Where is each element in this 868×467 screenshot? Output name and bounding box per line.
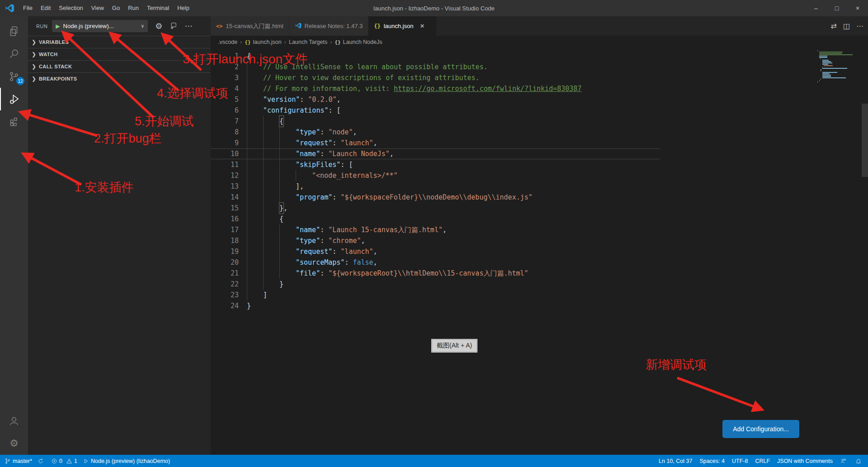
line-content: { [247, 214, 283, 224]
breadcrumb-item[interactable]: {}Launch NodeJs [335, 39, 382, 45]
indent-guide [247, 224, 263, 235]
line-content: "sourceMaps": false, [247, 257, 377, 268]
breadcrumb-item[interactable]: {}launch.json [245, 39, 282, 45]
status-spaces-4[interactable]: Spaces: 4 [699, 458, 725, 464]
section-variables[interactable]: ❯VARIABLES [28, 36, 211, 48]
code-token: "node" [328, 127, 353, 138]
line-number: 13 [211, 181, 239, 192]
code-token: "type" [296, 235, 320, 246]
menu-item-terminal[interactable]: Terminal [143, 0, 173, 16]
indent-guide [247, 290, 263, 300]
breadcrumb: .vscode›{}launch.json›Launch Targets›{}L… [211, 36, 868, 48]
indent-guide [247, 148, 263, 159]
more-editor-actions-icon[interactable]: ⋯ [856, 22, 863, 30]
status-bar-right: Ln 10, Col 37Spaces: 4UTF-8CRLFJSON with… [651, 458, 863, 464]
account-icon[interactable] [0, 410, 28, 432]
menu-item-help[interactable]: Help [173, 0, 193, 16]
status-ln-10-col-37[interactable]: Ln 10, Col 37 [659, 458, 692, 464]
indent-guide [279, 257, 296, 268]
explorer-icon[interactable] [0, 20, 28, 43]
more-actions-icon[interactable]: ⋯ [184, 22, 192, 30]
search-icon[interactable] [0, 43, 28, 65]
indent-guide [247, 181, 263, 192]
menu-item-edit[interactable]: Edit [37, 0, 55, 16]
indent-guide [263, 257, 279, 268]
line-number: 23 [211, 290, 239, 300]
code-token: "launch" [340, 138, 373, 148]
problems-status[interactable]: 0 1 [51, 458, 77, 464]
code-line: 13], [211, 181, 868, 192]
tab-Release Notes: 1.47.3[interactable]: Release Notes: 1.47.3 [289, 16, 368, 36]
code-token: , [390, 148, 394, 159]
indent-guide [279, 148, 296, 159]
breadcrumb-item[interactable]: Launch Targets [289, 39, 327, 45]
line-number: 10 [211, 148, 239, 159]
code-token: "${workspaceFolder}\\nodeDemo\\debug\\in… [340, 192, 532, 203]
menu-item-view[interactable]: View [87, 0, 108, 16]
section-call-stack[interactable]: ❯CALL STACK [28, 60, 211, 72]
close-button[interactable]: × [847, 0, 868, 16]
line-content: } [247, 300, 251, 311]
indent-guide [247, 62, 263, 72]
minimap-line [819, 56, 827, 57]
debug-run-status[interactable]: Node.js (preview) (lizhaoDemo) [83, 458, 170, 464]
open-launch-json-gear-icon[interactable]: ⚙ [155, 22, 162, 30]
status-utf-8[interactable]: UTF-8 [732, 458, 748, 464]
maximize-button[interactable]: □ [826, 0, 847, 16]
menu-item-run[interactable]: Run [124, 0, 143, 16]
notifications-bell-icon[interactable] [855, 458, 863, 464]
code-line: 9"request": "launch", [211, 138, 868, 148]
run-debug-icon[interactable] [0, 88, 28, 110]
indent-guide [247, 257, 263, 268]
tab-launch.json[interactable]: {}launch.json✕ [368, 16, 436, 36]
indent-guide [279, 224, 296, 235]
extensions-icon[interactable] [0, 110, 28, 133]
line-number: 22 [211, 279, 239, 290]
code-token: } [279, 203, 283, 214]
section-watch[interactable]: ❯WATCH [28, 48, 211, 60]
source-control-icon[interactable]: 12 [0, 65, 28, 88]
tab-15-canvas入门篇.html[interactable]: <>15-canvas入门篇.html [211, 16, 289, 36]
code-token: { [279, 116, 283, 127]
tab-close-icon[interactable]: ✕ [420, 23, 425, 29]
menu-item-file[interactable]: File [19, 0, 37, 16]
minimap-line [821, 58, 821, 59]
switch-editor-icon[interactable]: ⇄ [830, 22, 836, 30]
minimap-line [824, 65, 833, 66]
indent-guide [247, 203, 263, 214]
add-configuration-button[interactable]: Add Configuration... [722, 420, 799, 438]
indent-guide [263, 268, 279, 279]
menu-item-go[interactable]: Go [108, 0, 124, 16]
minimap[interactable] [817, 50, 860, 85]
settings-gear-icon[interactable]: ⚙ [0, 432, 28, 455]
code-token: } [279, 279, 283, 290]
split-editor-icon[interactable]: ◫ [843, 22, 850, 30]
menu-item-selection[interactable]: Selection [55, 0, 87, 16]
sync-status[interactable] [38, 458, 46, 464]
status-crlf[interactable]: CRLF [755, 458, 770, 464]
debug-sections: ❯VARIABLES❯WATCH❯CALL STACK❯BREAKPOINTS [28, 36, 211, 85]
chevron-right-icon: ❯ [32, 39, 39, 45]
status-json-with-comments[interactable]: JSON with Comments [777, 458, 833, 464]
status-bar: master* 0 1 Node.js (preview) (lizhaoDem… [0, 455, 868, 467]
line-number: 9 [211, 138, 239, 148]
section-label: WATCH [39, 52, 58, 57]
scrollbar-thumb[interactable] [862, 104, 868, 177]
code-editor[interactable]: 1{2// Use IntelliSense to learn about po… [211, 48, 868, 455]
breadcrumb-item[interactable]: .vscode [218, 39, 237, 45]
minimize-button[interactable]: – [806, 0, 826, 16]
line-content: { [247, 51, 251, 62]
minimap-line [822, 67, 823, 67]
indent-guide [247, 268, 263, 279]
start-debug-icon[interactable]: ▶ [56, 23, 60, 29]
debug-config-dropdown[interactable]: ▶ Node.js (preview)... ∨ [52, 20, 148, 32]
section-breakpoints[interactable]: ❯BREAKPOINTS [28, 72, 211, 85]
feedback-icon[interactable] [840, 458, 848, 464]
vertical-scrollbar[interactable] [862, 48, 868, 455]
debug-console-icon[interactable] [170, 22, 177, 31]
line-number: 20 [211, 257, 239, 268]
indent-guide [263, 127, 279, 138]
code-line: 17"name": "Launch 15-canvas入门篇.html", [211, 224, 868, 235]
git-branch-status[interactable]: master* [5, 458, 32, 464]
line-number: 17 [211, 224, 239, 235]
